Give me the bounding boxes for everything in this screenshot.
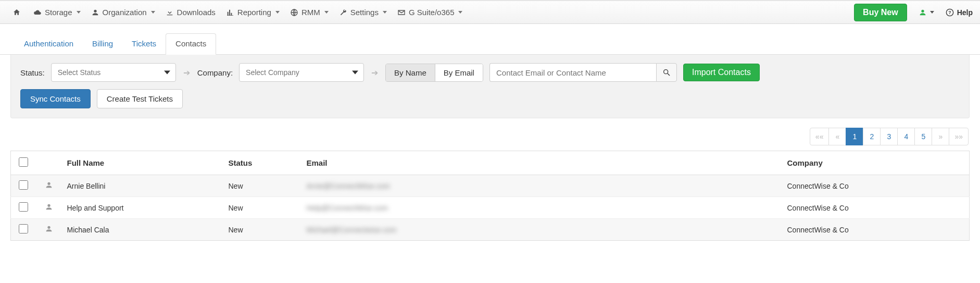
row-checkbox[interactable] (19, 224, 28, 233)
cell-name: Help and Support (62, 197, 223, 219)
row-checkbox[interactable] (19, 180, 28, 190)
buy-new-button[interactable]: Buy New (854, 4, 907, 21)
col-header-email[interactable]: Email (301, 151, 782, 175)
page-2[interactable]: 2 (863, 128, 881, 145)
row-checkbox[interactable] (19, 202, 28, 212)
page-1[interactable]: 1 (846, 128, 863, 145)
search-mode-segment: By Name By Email (385, 64, 483, 82)
top-nav: StorageOrganizationDownloadsReportingRMM… (0, 0, 980, 24)
nav-item-label: Settings (350, 8, 379, 17)
page-first[interactable]: «« (810, 128, 830, 145)
nav-item-label: G Suite/o365 (409, 8, 455, 17)
company-select[interactable]: Select Company (239, 63, 364, 82)
arrow-right-icon: ➔ (182, 68, 191, 78)
nav-item-storage[interactable]: Storage (28, 5, 86, 20)
by-name-button[interactable]: By Name (386, 64, 435, 81)
company-label: Company: (197, 68, 233, 77)
import-contacts-button[interactable]: Import Contacts (683, 64, 760, 81)
status-label: Status: (20, 68, 45, 77)
help-link[interactable]: ? Help (946, 8, 973, 17)
caret-icon (458, 11, 462, 14)
tab-tickets[interactable]: Tickets (122, 34, 166, 54)
cell-name: Michael Cala (62, 219, 223, 241)
page-prev[interactable]: « (828, 128, 846, 145)
cell-company: ConnectWise & Co (782, 197, 970, 219)
nav-item-reporting[interactable]: Reporting (221, 5, 285, 20)
table-row: Michael CalaNewMichael@Connectwise.comCo… (11, 219, 970, 241)
cell-company: ConnectWise & Co (782, 219, 970, 241)
page-next[interactable]: » (932, 128, 949, 145)
caret-icon (383, 11, 387, 14)
status-select-placeholder: Select Status (58, 68, 101, 77)
arrow-right-icon: ➔ (370, 68, 379, 78)
col-header-status[interactable]: Status (223, 151, 301, 175)
table-row: Help and SupportNewHelp@ConnectWise.comC… (11, 197, 970, 219)
nav-item-downloads[interactable]: Downloads (160, 5, 221, 20)
select-all-checkbox[interactable] (19, 157, 28, 167)
nav-item-rmm[interactable]: RMM (285, 5, 334, 20)
caret-icon (77, 11, 81, 14)
sync-contacts-button[interactable]: Sync Contacts (20, 89, 91, 108)
tabs: AuthenticationBillingTicketsContacts (0, 24, 980, 55)
cell-company: ConnectWise & Co (782, 175, 970, 197)
nav-item-g-suite-o365[interactable]: G Suite/o365 (392, 5, 468, 20)
caret-icon (275, 11, 280, 14)
caret-icon (151, 11, 155, 14)
cell-email: Michael@Connectwise.com (307, 226, 397, 234)
tab-billing[interactable]: Billing (83, 34, 122, 54)
help-label: Help (957, 8, 973, 17)
table-row: Arnie BelliniNewArnie@ConnectWise.comCon… (11, 175, 970, 197)
user-menu[interactable] (915, 6, 937, 19)
caret-icon (324, 11, 329, 14)
tab-authentication[interactable]: Authentication (15, 34, 83, 54)
svg-line-4 (668, 73, 670, 76)
search-button[interactable] (656, 63, 677, 82)
svg-point-3 (664, 70, 668, 74)
nav-item-label: Storage (45, 8, 72, 17)
chevron-down-icon (352, 71, 358, 75)
home-icon[interactable] (7, 5, 26, 20)
nav-item-label: RMM (301, 8, 320, 17)
page-3[interactable]: 3 (880, 128, 898, 145)
user-icon (45, 182, 53, 191)
nav-item-label: Reporting (237, 8, 271, 17)
col-header-company[interactable]: Company (782, 151, 970, 175)
user-icon (45, 204, 53, 213)
cell-email: Help@ConnectWise.com (307, 204, 388, 212)
cell-name: Arnie Bellini (62, 175, 223, 197)
cell-status: New (223, 219, 301, 241)
nav-item-organization[interactable]: Organization (86, 5, 160, 20)
cell-status: New (223, 197, 301, 219)
nav-item-settings[interactable]: Settings (334, 5, 392, 20)
page-5[interactable]: 5 (914, 128, 932, 145)
by-email-button[interactable]: By Email (435, 64, 483, 81)
create-test-tickets-button[interactable]: Create Test Tickets (97, 89, 183, 108)
contacts-table: Full Name Status Email Company Arnie Bel… (10, 151, 970, 241)
cell-status: New (223, 175, 301, 197)
tab-contacts[interactable]: Contacts (166, 33, 216, 55)
page-4[interactable]: 4 (897, 128, 915, 145)
user-icon (45, 226, 53, 235)
search-input[interactable] (489, 63, 656, 82)
company-select-placeholder: Select Company (246, 68, 299, 77)
filter-bar: Status: Select Status ➔ Company: Select … (10, 55, 970, 118)
cell-email: Arnie@ConnectWise.com (307, 182, 391, 190)
page-last[interactable]: »» (949, 128, 969, 145)
chevron-down-icon (164, 71, 170, 75)
pagination: «««12345»»» (0, 118, 980, 151)
nav-item-label: Organization (103, 8, 147, 17)
caret-icon (930, 11, 934, 14)
svg-text:?: ? (948, 10, 951, 15)
status-select[interactable]: Select Status (51, 63, 176, 82)
nav-item-label: Downloads (177, 8, 216, 17)
col-header-name[interactable]: Full Name (62, 151, 223, 175)
